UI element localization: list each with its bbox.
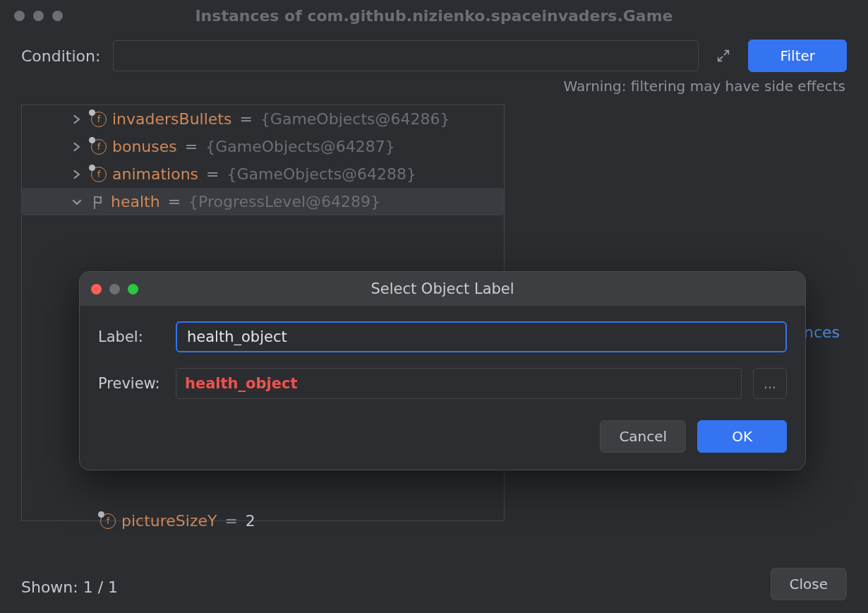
dialog-titlebar: Select Object Label xyxy=(80,272,805,306)
condition-label: Condition: xyxy=(21,47,100,65)
chevron-right-icon[interactable] xyxy=(68,169,85,179)
var-name: pictureSizeY xyxy=(121,512,217,530)
window-traffic-lights xyxy=(14,11,63,21)
tree-row-selected[interactable]: health = {ProgressLevel@64289} xyxy=(22,188,504,215)
field-icon: f xyxy=(91,139,107,155)
select-object-label-dialog: Select Object Label Label: Preview: heal… xyxy=(79,271,806,470)
preview-value: health_object xyxy=(176,368,742,399)
tree-row[interactable]: f invadersBullets = {GameObjects@64286} xyxy=(22,105,504,133)
cancel-button[interactable]: Cancel xyxy=(600,420,686,453)
close-button[interactable]: Close xyxy=(771,568,847,600)
preview-label: Preview: xyxy=(98,375,164,392)
link-peek: nces xyxy=(804,323,840,341)
tree-row[interactable]: f animations = {GameObjects@64288} xyxy=(22,160,504,188)
var-name: health xyxy=(111,193,160,210)
var-name: invadersBullets xyxy=(112,110,231,128)
tree-row[interactable]: f bonuses = {GameObjects@64287} xyxy=(22,133,504,160)
var-name: bonuses xyxy=(112,138,177,155)
ok-button[interactable]: OK xyxy=(697,420,787,453)
field-icon: f xyxy=(100,513,116,529)
filter-warning: Warning: filtering may have side effects xyxy=(0,75,868,105)
flag-icon xyxy=(91,194,105,210)
traffic-close-icon[interactable] xyxy=(14,11,25,21)
dialog-title: Select Object Label xyxy=(80,280,805,297)
window-title: Instances of com.github.nizienko.spacein… xyxy=(0,7,868,25)
var-value: 2 xyxy=(246,512,255,530)
label-field-label: Label: xyxy=(98,328,164,345)
condition-row: Condition: Filter xyxy=(0,31,868,75)
more-button[interactable]: ... xyxy=(753,368,787,399)
filter-button[interactable]: Filter xyxy=(748,40,847,72)
traffic-zoom-icon[interactable] xyxy=(52,11,63,21)
chevron-right-icon[interactable] xyxy=(68,142,85,152)
traffic-minimize-icon[interactable] xyxy=(33,11,44,21)
shown-status: Shown: 1 / 1 xyxy=(21,578,118,596)
var-value: {ProgressLevel@64289} xyxy=(188,193,380,210)
var-name: animations xyxy=(112,165,198,183)
chevron-right-icon[interactable] xyxy=(68,114,85,124)
var-value: {GameObjects@64287} xyxy=(205,138,395,155)
chevron-down-icon[interactable] xyxy=(68,197,85,207)
field-icon: f xyxy=(91,112,107,127)
var-value: {GameObjects@64288} xyxy=(227,165,416,183)
tree-row[interactable]: f pictureSizeY = 2 xyxy=(21,507,505,535)
var-value: {GameObjects@64286} xyxy=(260,110,450,128)
label-input[interactable] xyxy=(176,321,787,352)
expand-icon[interactable] xyxy=(711,44,735,68)
window-titlebar: Instances of com.github.nizienko.spacein… xyxy=(0,0,868,31)
condition-input[interactable] xyxy=(113,40,699,71)
field-icon: f xyxy=(91,167,107,182)
